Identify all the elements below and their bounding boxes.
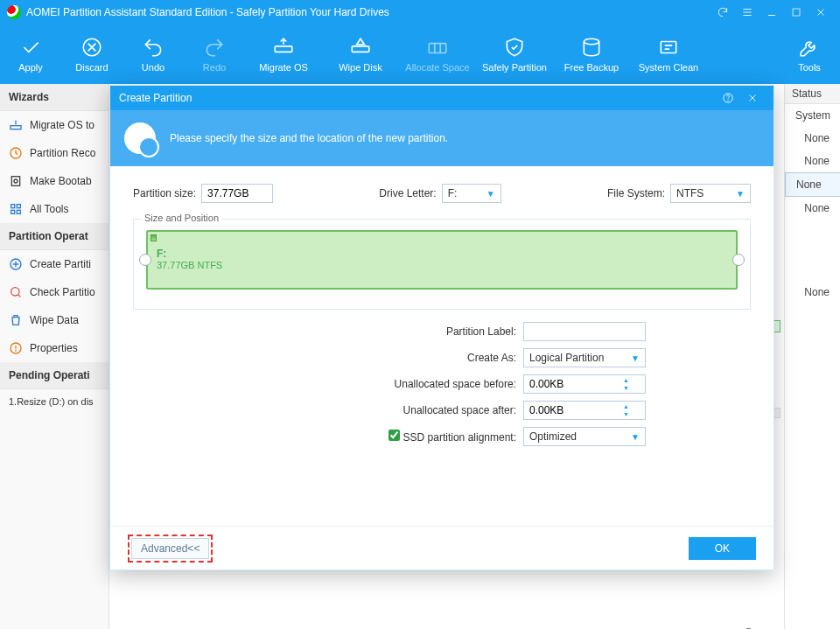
status-row[interactable]: None [785, 127, 840, 150]
partition-label-label: Partition Label: [359, 325, 516, 338]
slider-used-region [150, 234, 157, 241]
system-clean-button[interactable]: System Clean [630, 24, 707, 84]
safely-partition-button[interactable]: Safely Partition [476, 24, 553, 84]
clean-label: System Clean [639, 62, 698, 73]
create-as-select[interactable]: Logical Partition▼ [523, 348, 646, 367]
sidebar-create-partition[interactable]: Create Partiti [0, 250, 108, 278]
sidebar-wipe-data[interactable]: Wipe Data [0, 306, 108, 334]
slider-handle-right[interactable] [732, 254, 745, 266]
partition-icon [124, 122, 156, 154]
dialog-title: Create Partition [119, 92, 192, 104]
size-position-fieldset: Size and Position F: 37.77GB NTFS [133, 219, 751, 310]
apply-button[interactable]: Apply [0, 24, 61, 84]
svg-point-18 [16, 350, 17, 351]
status-row[interactable]: None [785, 172, 840, 197]
drive-letter-select[interactable]: F:▼ [442, 184, 501, 203]
dialog-banner: Please specify the size and the location… [110, 110, 774, 166]
dialog-help-button[interactable] [716, 86, 740, 110]
sidebar-item-label: Migrate OS to [30, 119, 94, 131]
sidebar-migrate-os[interactable]: Migrate OS to [0, 111, 108, 139]
dialog-close-button[interactable] [740, 86, 765, 110]
spin-down-icon[interactable]: ▼ [620, 410, 632, 418]
chevron-down-icon: ▼ [631, 353, 640, 363]
status-row[interactable]: None [785, 281, 840, 304]
apply-label: Apply [18, 62, 43, 73]
sidebar-item-label: Check Partitio [30, 286, 95, 298]
status-row[interactable]: System [785, 104, 840, 127]
chevron-down-icon: ▼ [631, 432, 640, 442]
unallocated-after-input[interactable]: ▲▼ [523, 401, 646, 420]
minimize-button[interactable] [760, 0, 784, 24]
pending-operation-item[interactable]: 1.Resize (D:) on dis [0, 389, 108, 414]
sidebar-properties[interactable]: Properties [0, 334, 108, 362]
sidebar-item-label: Properties [30, 342, 78, 354]
create-as-label: Create As: [359, 352, 516, 364]
sidebar-item-label: Create Partiti [30, 258, 91, 270]
svg-rect-2 [275, 46, 292, 52]
migrate-label: Migrate OS [259, 62, 308, 73]
create-partition-dialog: Create Partition Please specify the size… [109, 85, 774, 570]
main-toolbar: Apply Discard Undo Redo Migrate OS Wipe … [0, 24, 840, 84]
sidebar-make-bootable[interactable]: Make Bootab [0, 167, 108, 195]
spin-up-icon[interactable]: ▲ [620, 376, 632, 384]
partition-ops-header: Partition Operat [0, 223, 108, 250]
unallocated-after-label: Unallocated space after: [359, 404, 516, 416]
free-backup-button[interactable]: Free Backup [553, 24, 630, 84]
svg-rect-3 [352, 46, 369, 52]
ok-button[interactable]: OK [689, 537, 756, 560]
chevron-down-icon: ▼ [486, 189, 495, 199]
partition-size-input[interactable] [201, 184, 273, 203]
ssd-alignment-label: SSD partition alignment: [359, 430, 516, 444]
spin-down-icon[interactable]: ▼ [620, 384, 632, 392]
allocate-label: Allocate Space [405, 62, 469, 73]
file-system-label: File System: [607, 187, 665, 199]
sidebar-item-label: Wipe Data [30, 314, 79, 326]
migrate-os-button[interactable]: Migrate OS [245, 24, 322, 84]
drive-letter-label: Drive Letter: [379, 187, 436, 199]
svg-rect-12 [17, 205, 20, 208]
partition-label-input[interactable] [523, 322, 646, 341]
discard-label: Discard [75, 62, 108, 73]
svg-rect-9 [11, 177, 19, 186]
undo-label: Undo [142, 62, 164, 73]
slider-description: 37.77GB NTFS [157, 260, 727, 270]
tools-button[interactable]: Tools [779, 24, 840, 84]
discard-button[interactable]: Discard [61, 24, 122, 84]
menu-button[interactable] [735, 0, 760, 24]
chevron-down-icon: ▼ [736, 189, 745, 199]
status-row[interactable]: None [785, 150, 840, 172]
dialog-footer: Advanced<< OK [110, 526, 774, 570]
svg-rect-4 [429, 44, 446, 53]
allocate-space-button[interactable]: Allocate Space [399, 24, 476, 84]
redo-label: Redo [203, 62, 226, 73]
sidebar-all-tools[interactable]: All Tools [0, 195, 108, 223]
svg-rect-0 [793, 9, 800, 16]
redo-button[interactable]: Redo [184, 24, 245, 84]
slider-handle-left[interactable] [139, 254, 151, 266]
window-title: AOMEI Partition Assistant Standard Editi… [26, 6, 389, 18]
sidebar-partition-recovery[interactable]: Partition Reco [0, 139, 108, 167]
unallocated-before-label: Unallocated space before: [359, 378, 516, 390]
wipe-label: Wipe Disk [339, 62, 382, 73]
ssd-alignment-checkbox[interactable] [388, 430, 400, 441]
svg-point-5 [584, 38, 598, 45]
undo-button[interactable]: Undo [122, 24, 184, 84]
sidebar-check-partition[interactable]: Check Partitio [0, 278, 108, 306]
spin-up-icon[interactable]: ▲ [620, 402, 632, 410]
unallocated-before-input[interactable]: ▲▼ [523, 374, 646, 394]
backup-label: Free Backup [564, 62, 619, 73]
sidebar-item-label: All Tools [30, 203, 68, 215]
status-header: Status [785, 84, 840, 104]
partition-slider[interactable]: F: 37.77GB NTFS [146, 230, 738, 290]
advanced-button[interactable]: Advanced<< [131, 538, 209, 559]
file-system-select[interactable]: NTFS▼ [670, 184, 751, 203]
close-button[interactable] [808, 0, 833, 24]
svg-rect-6 [661, 42, 676, 53]
status-row[interactable]: None [785, 197, 840, 220]
wipe-disk-button[interactable]: Wipe Disk [322, 24, 399, 84]
ssd-alignment-select[interactable]: Optimized▼ [523, 427, 646, 446]
fieldset-legend: Size and Position [141, 213, 222, 223]
maximize-button[interactable] [784, 0, 808, 24]
dialog-banner-text: Please specify the size and the location… [170, 132, 448, 144]
refresh-button[interactable] [710, 0, 735, 24]
